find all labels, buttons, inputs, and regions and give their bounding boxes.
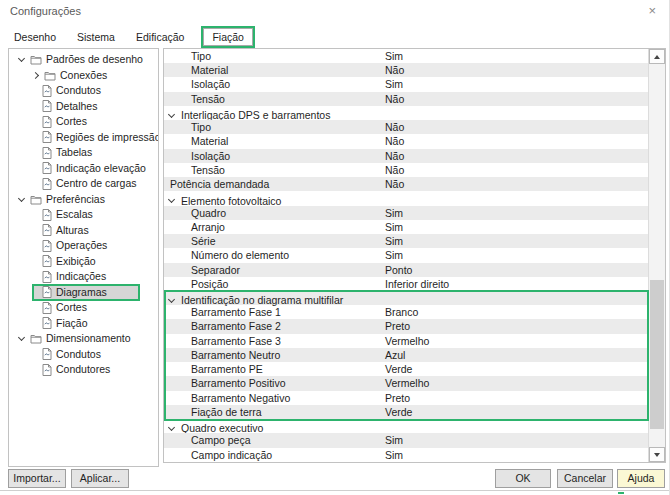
property-row-tensao[interactable]: TensãoNão bbox=[164, 163, 648, 177]
tree-item-preferencias[interactable]: Preferências bbox=[9, 192, 158, 208]
tree-item-centro-de-cargas[interactable]: Centro de cargas bbox=[9, 176, 158, 192]
property-value[interactable]: Vermelho bbox=[385, 376, 429, 390]
property-row-arranjo[interactable]: ArranjoSim bbox=[164, 220, 648, 234]
property-value[interactable]: Não bbox=[385, 92, 404, 106]
tree-item-condutos[interactable]: Condutos bbox=[9, 347, 158, 363]
chevron-down-icon[interactable] bbox=[18, 334, 25, 341]
property-value[interactable]: Sim bbox=[385, 448, 403, 462]
tree-item-fiacao[interactable]: Fiação bbox=[9, 316, 158, 332]
property-value[interactable]: Não bbox=[385, 163, 404, 177]
property-row-tensao[interactable]: TensãoNão bbox=[164, 92, 648, 106]
tree-item-condutores[interactable]: Condutores bbox=[9, 362, 158, 378]
property-value[interactable]: Sim bbox=[385, 49, 403, 63]
chevron-down-icon[interactable] bbox=[18, 55, 25, 62]
property-value[interactable]: Não bbox=[385, 177, 404, 191]
tree-item-condutos[interactable]: Condutos bbox=[9, 83, 158, 99]
property-value[interactable]: Sim bbox=[385, 433, 403, 447]
property-value[interactable]: Não bbox=[385, 134, 404, 148]
chevron-down-icon[interactable] bbox=[168, 111, 175, 118]
close-icon[interactable]: × bbox=[645, 2, 659, 19]
tree-item-dimensionamento[interactable]: Dimensionamento bbox=[9, 331, 158, 347]
property-row-isolacao[interactable]: IsolaçãoSim bbox=[164, 77, 648, 91]
property-name: Barramento Fase 1 bbox=[164, 305, 281, 319]
tree-item-regioes-de-impressao[interactable]: Regiões de impressão bbox=[9, 130, 158, 146]
property-value[interactable]: Sim bbox=[385, 77, 403, 91]
property-value[interactable]: Sim bbox=[385, 220, 403, 234]
tab-fiacao[interactable]: Fiação bbox=[203, 28, 253, 46]
tree-item-exibicao[interactable]: Exibição bbox=[9, 254, 158, 270]
property-value[interactable]: Ponto bbox=[385, 263, 412, 277]
chevron-down-icon[interactable] bbox=[168, 424, 175, 431]
property-value[interactable]: Não bbox=[385, 120, 404, 134]
tree-item-tabelas[interactable]: Tabelas bbox=[9, 145, 158, 161]
aplicar-button[interactable]: Aplicar... bbox=[71, 469, 129, 488]
property-row-barramento-fase-1[interactable]: Barramento Fase 1Branco bbox=[164, 305, 648, 319]
property-row-campo-indicacao[interactable]: Campo indicaçãoSim bbox=[164, 448, 648, 462]
tree-item-indicacoes[interactable]: Indicações bbox=[9, 269, 158, 285]
property-value[interactable]: Vermelho bbox=[385, 334, 429, 348]
tab-edificacao[interactable]: Edificação bbox=[134, 29, 186, 45]
chevron-right-icon[interactable] bbox=[32, 72, 39, 79]
property-row-barramento-pe[interactable]: Barramento PEVerde bbox=[164, 362, 648, 376]
group-row-interligacao-dps-e-barramentos[interactable]: Interligação DPS e barramentos bbox=[164, 106, 648, 120]
property-row-quadro[interactable]: QuadroSim bbox=[164, 206, 648, 220]
property-value[interactable]: Branco bbox=[385, 305, 418, 319]
property-value[interactable]: Verde bbox=[385, 362, 412, 376]
ok-button[interactable]: OK bbox=[495, 469, 551, 488]
property-row-barramento-positivo[interactable]: Barramento PositivoVermelho bbox=[164, 376, 648, 390]
property-row-posicao[interactable]: PosiçãoInferior direito bbox=[164, 277, 648, 291]
scrollbar-thumb[interactable] bbox=[650, 280, 664, 429]
property-value[interactable]: Sim bbox=[385, 248, 403, 262]
page-icon bbox=[42, 271, 52, 283]
group-row-elemento-fotovoltaico[interactable]: Elemento fotovoltaico bbox=[164, 191, 648, 205]
property-value[interactable]: Preto bbox=[385, 391, 410, 405]
property-row-barramento-neutro[interactable]: Barramento NeutroAzul bbox=[164, 348, 648, 362]
property-row-barramento-negativo[interactable]: Barramento NegativoPreto bbox=[164, 391, 648, 405]
cancelar-button[interactable]: Cancelar bbox=[557, 469, 613, 488]
property-row-potencia-demandada[interactable]: Potência demandadaNão bbox=[164, 177, 648, 191]
property-row-campo-peca[interactable]: Campo peçaSim bbox=[164, 433, 648, 447]
property-value[interactable]: Sim bbox=[385, 234, 403, 248]
vertical-scrollbar[interactable] bbox=[648, 49, 665, 462]
tree-item-cortes[interactable]: Cortes bbox=[9, 300, 158, 316]
property-row-separador[interactable]: SeparadorPonto bbox=[164, 263, 648, 277]
property-name: Fiação de terra bbox=[164, 405, 262, 419]
property-row-tipo[interactable]: TipoNão bbox=[164, 120, 648, 134]
property-value[interactable]: Não bbox=[385, 63, 404, 77]
property-value[interactable]: Preto bbox=[385, 319, 410, 333]
tab-sistema[interactable]: Sistema bbox=[75, 29, 117, 45]
tree-item-escalas[interactable]: Escalas bbox=[9, 207, 158, 223]
tree-item-alturas[interactable]: Alturas bbox=[9, 223, 158, 239]
tree-item-indicacao-elevacao[interactable]: Indicação elevação bbox=[9, 161, 158, 177]
tree-item-conexoes[interactable]: Conexões bbox=[9, 68, 158, 84]
scroll-up-button[interactable] bbox=[649, 49, 665, 64]
property-row-serie[interactable]: SérieSim bbox=[164, 234, 648, 248]
group-row-identificacao-no-diagrama-multifilar[interactable]: Identificação no diagrama multifilar bbox=[164, 291, 648, 305]
property-row-material[interactable]: MaterialNão bbox=[164, 63, 648, 77]
tree-item-detalhes[interactable]: Detalhes bbox=[9, 99, 158, 115]
tree-item-padroes-de-desenho[interactable]: Padrões de desenho bbox=[9, 52, 158, 68]
chevron-down-icon[interactable] bbox=[168, 296, 175, 303]
ajuda-button[interactable]: Ajuda bbox=[617, 469, 665, 488]
property-row-barramento-fase-2[interactable]: Barramento Fase 2Preto bbox=[164, 319, 648, 333]
property-value[interactable]: Não bbox=[385, 149, 404, 163]
property-value[interactable]: Azul bbox=[385, 348, 405, 362]
scroll-down-button[interactable] bbox=[649, 447, 665, 462]
chevron-down-icon[interactable] bbox=[168, 196, 175, 203]
property-value[interactable]: Inferior direito bbox=[385, 277, 449, 291]
group-row-quadro-executivo[interactable]: Quadro executivo bbox=[164, 419, 648, 433]
property-row-material[interactable]: MaterialNão bbox=[164, 134, 648, 148]
tree-item-diagramas[interactable]: Diagramas bbox=[33, 285, 139, 301]
property-value[interactable]: Verde bbox=[385, 405, 412, 419]
importar-button[interactable]: Importar... bbox=[8, 469, 66, 488]
property-row-fiacao-de-terra[interactable]: Fiação de terraVerde bbox=[164, 405, 648, 419]
tab-desenho[interactable]: Desenho bbox=[12, 29, 58, 45]
property-row-barramento-fase-3[interactable]: Barramento Fase 3Vermelho bbox=[164, 334, 648, 348]
tree-item-cortes[interactable]: Cortes bbox=[9, 114, 158, 130]
property-value[interactable]: Sim bbox=[385, 206, 403, 220]
property-row-isolacao[interactable]: IsolaçãoNão bbox=[164, 149, 648, 163]
property-row-tipo[interactable]: TipoSim bbox=[164, 49, 648, 63]
tree-item-operacoes[interactable]: Operações bbox=[9, 238, 158, 254]
property-row-numero-do-elemento[interactable]: Número do elementoSim bbox=[164, 248, 648, 262]
chevron-down-icon[interactable] bbox=[18, 195, 25, 202]
